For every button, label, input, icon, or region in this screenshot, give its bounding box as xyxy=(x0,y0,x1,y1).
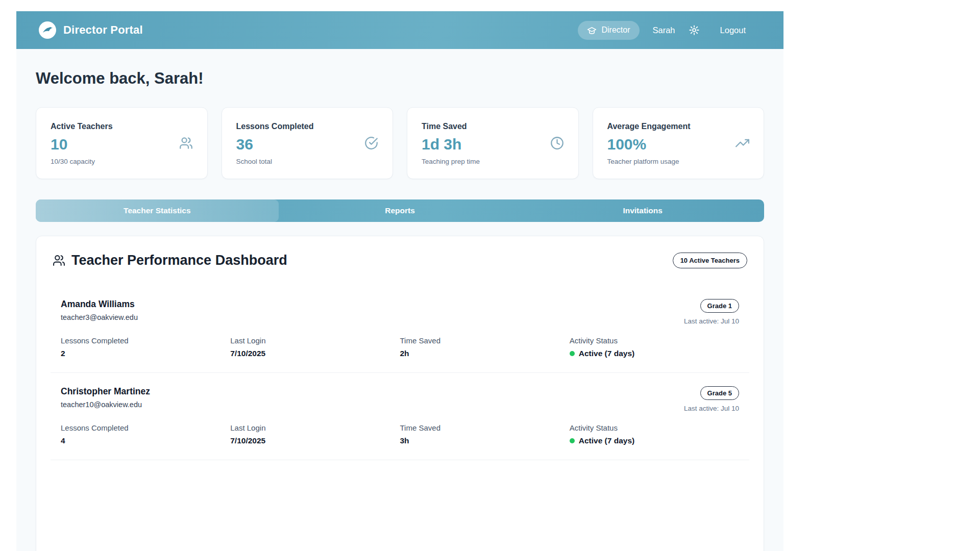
trending-up-icon xyxy=(736,136,749,150)
cell-label: Time Saved xyxy=(400,336,570,345)
stat-card-average-engagement: Average Engagement 100% Teacher platform… xyxy=(593,107,765,179)
graduation-cap-icon xyxy=(587,26,597,35)
stat-card-time-saved: Time Saved 1d 3h Teaching prep time xyxy=(407,107,579,179)
users-icon xyxy=(179,136,193,150)
time-saved-cell: Time Saved 2h xyxy=(400,336,570,358)
settings-gear-icon[interactable] xyxy=(689,24,700,36)
stat-value: 100% xyxy=(607,136,750,153)
stat-label: Lessons Completed xyxy=(236,122,379,131)
check-circle-icon xyxy=(364,136,378,150)
cell-value: 2h xyxy=(400,349,570,358)
stat-subtitle: School total xyxy=(236,158,379,165)
last-active-text: Last active: Jul 10 xyxy=(684,405,739,412)
cell-value: 2 xyxy=(61,349,230,358)
header-actions: Director Sarah Logout xyxy=(578,21,746,40)
cell-label: Activity Status xyxy=(570,423,739,432)
dashboard-title: Teacher Performance Dashboard xyxy=(71,253,287,268)
logout-button[interactable]: Logout xyxy=(720,26,746,35)
cell-label: Activity Status xyxy=(570,336,739,345)
teacher-row: Amanda Williams teacher3@oakview.edu Gra… xyxy=(51,286,749,373)
activity-status-cell: Activity Status Active (7 days) xyxy=(570,336,739,358)
activity-status-text: Active (7 days) xyxy=(579,436,634,445)
active-teachers-badge: 10 Active Teachers xyxy=(673,253,747,268)
brand: Director Portal xyxy=(39,21,143,39)
tab-reports[interactable]: Reports xyxy=(279,199,522,222)
active-status-dot xyxy=(570,438,575,443)
last-login-cell: Last Login 7/10/2025 xyxy=(230,423,400,445)
top-navbar: Director Portal Director Sarah Logou xyxy=(16,11,783,49)
stat-label: Time Saved xyxy=(422,122,564,131)
tab-bar: Teacher Statistics Reports Invitations xyxy=(36,199,764,222)
grade-badge: Grade 5 xyxy=(700,386,739,400)
welcome-heading: Welcome back, Sarah! xyxy=(36,69,764,88)
stat-subtitle: Teacher platform usage xyxy=(607,158,750,165)
clock-icon xyxy=(550,136,564,150)
cell-label: Last Login xyxy=(230,336,400,345)
teacher-identity: Christopher Martinez teacher10@oakview.e… xyxy=(61,386,150,409)
user-name: Sarah xyxy=(653,26,675,35)
role-badge-label: Director xyxy=(601,26,630,35)
stat-label: Average Engagement xyxy=(607,122,750,131)
app-title: Director Portal xyxy=(63,23,143,37)
cell-label: Time Saved xyxy=(400,423,570,432)
teacher-email: teacher3@oakview.edu xyxy=(61,313,138,321)
cell-label: Lessons Completed xyxy=(61,336,230,345)
cell-value: 7/10/2025 xyxy=(230,436,400,445)
last-active-text: Last active: Jul 10 xyxy=(684,317,739,325)
stats-row: Active Teachers 10 10/30 capacity Lesson… xyxy=(36,107,764,179)
stat-card-active-teachers: Active Teachers 10 10/30 capacity xyxy=(36,107,208,179)
teacher-list: Amanda Williams teacher3@oakview.edu Gra… xyxy=(51,286,749,460)
active-status-dot xyxy=(570,351,575,356)
users-icon xyxy=(53,254,65,267)
stat-value: 10 xyxy=(51,136,193,153)
stat-value: 1d 3h xyxy=(422,136,564,153)
teacher-name: Christopher Martinez xyxy=(61,386,150,397)
app-logo-icon xyxy=(39,21,56,39)
cell-label: Last Login xyxy=(230,423,400,432)
app-window: Director Portal Director Sarah Logou xyxy=(16,11,783,551)
activity-status-text: Active (7 days) xyxy=(579,349,634,358)
role-badge: Director xyxy=(578,21,639,40)
last-login-cell: Last Login 7/10/2025 xyxy=(230,336,400,358)
tab-invitations[interactable]: Invitations xyxy=(521,199,764,222)
teacher-performance-card: Teacher Performance Dashboard 10 Active … xyxy=(36,236,764,551)
stat-card-lessons-completed: Lessons Completed 36 School total xyxy=(222,107,394,179)
cell-value: 7/10/2025 xyxy=(230,349,400,358)
teacher-identity: Amanda Williams teacher3@oakview.edu xyxy=(61,299,138,321)
cell-label: Lessons Completed xyxy=(61,423,230,432)
time-saved-cell: Time Saved 3h xyxy=(400,423,570,445)
dashboard-header: Teacher Performance Dashboard 10 Active … xyxy=(51,253,749,268)
lessons-completed-cell: Lessons Completed 4 xyxy=(61,423,230,445)
stat-subtitle: 10/30 capacity xyxy=(51,158,193,165)
grade-badge: Grade 1 xyxy=(700,299,739,313)
teacher-row: Christopher Martinez teacher10@oakview.e… xyxy=(51,373,749,460)
tab-teacher-statistics[interactable]: Teacher Statistics xyxy=(36,199,279,222)
stat-value: 36 xyxy=(236,136,379,153)
cell-value: 4 xyxy=(61,436,230,445)
cell-value: 3h xyxy=(400,436,570,445)
lessons-completed-cell: Lessons Completed 2 xyxy=(61,336,230,358)
teacher-email: teacher10@oakview.edu xyxy=(61,400,150,409)
activity-status-cell: Activity Status Active (7 days) xyxy=(570,423,739,445)
stat-subtitle: Teaching prep time xyxy=(422,158,564,165)
teacher-name: Amanda Williams xyxy=(61,299,138,310)
stat-label: Active Teachers xyxy=(51,122,193,131)
